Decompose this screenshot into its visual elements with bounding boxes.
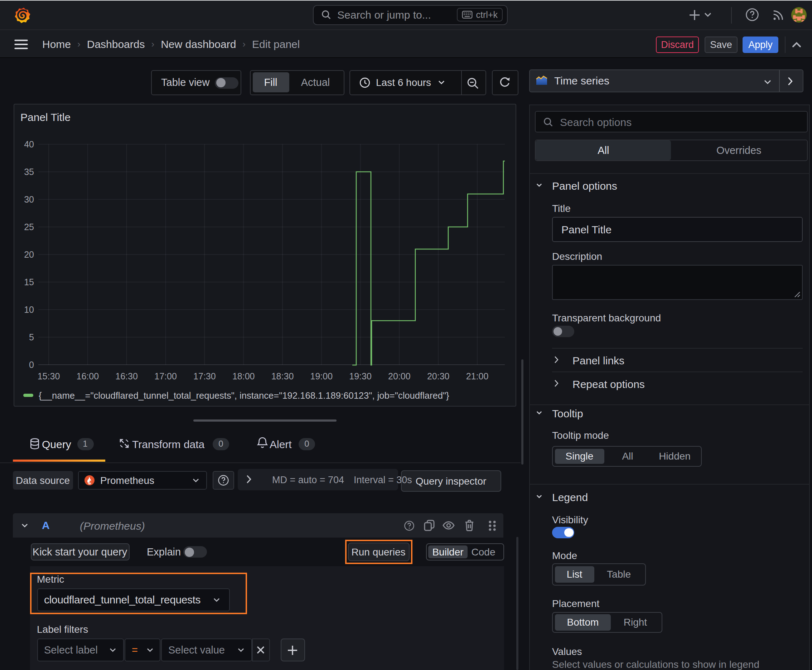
svg-text:20:30: 20:30 <box>427 371 449 381</box>
svg-text:30: 30 <box>24 195 34 205</box>
svg-text:5: 5 <box>29 332 34 342</box>
svg-text:21:00: 21:00 <box>466 371 488 381</box>
svg-text:{__name__="cloudflared_tunnel_: {__name__="cloudflared_tunnel_total_requ… <box>38 391 449 401</box>
svg-text:16:00: 16:00 <box>76 371 99 381</box>
svg-text:20:00: 20:00 <box>388 371 410 381</box>
svg-text:10: 10 <box>24 305 34 315</box>
svg-text:15: 15 <box>24 277 34 287</box>
svg-text:19:00: 19:00 <box>310 371 332 381</box>
svg-text:18:00: 18:00 <box>232 371 254 381</box>
svg-text:40: 40 <box>24 139 34 149</box>
svg-text:19:30: 19:30 <box>349 371 371 381</box>
svg-text:18:30: 18:30 <box>271 371 293 381</box>
svg-text:17:00: 17:00 <box>154 371 176 381</box>
svg-text:20: 20 <box>24 249 34 259</box>
svg-text:25: 25 <box>24 222 34 232</box>
svg-text:17:30: 17:30 <box>193 371 215 381</box>
svg-text:35: 35 <box>24 167 34 177</box>
svg-text:0: 0 <box>29 360 34 370</box>
svg-text:15:30: 15:30 <box>37 371 60 381</box>
svg-text:16:30: 16:30 <box>115 371 137 381</box>
